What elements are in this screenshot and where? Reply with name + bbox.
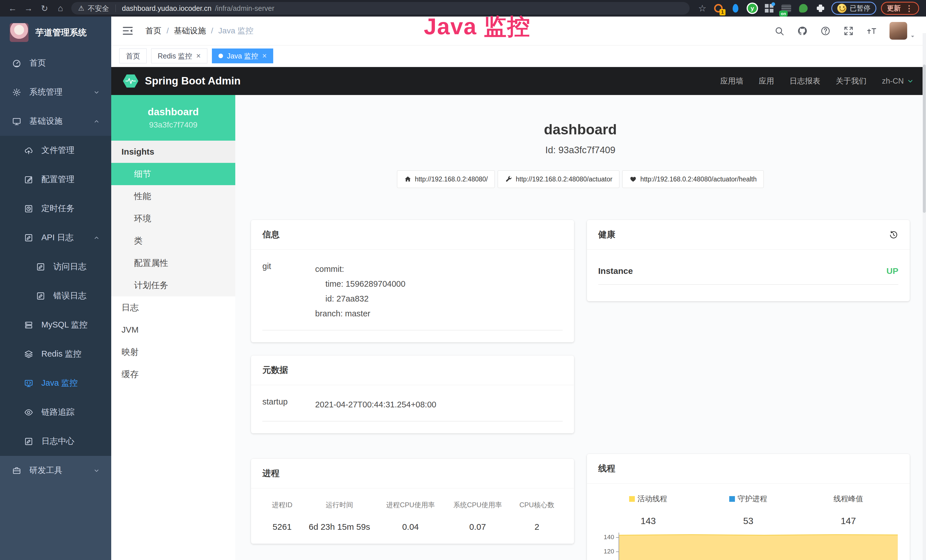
status-badge[interactable]: UP — [887, 266, 898, 276]
dashboard-icon — [12, 59, 21, 68]
search-icon[interactable] — [774, 26, 785, 36]
breadcrumb-separator: / — [166, 26, 169, 35]
sidebar-item-0[interactable]: 首页 — [0, 48, 111, 77]
plant-extension-icon[interactable] — [797, 2, 809, 14]
close-icon[interactable]: × — [262, 51, 267, 61]
paused-extension-pill[interactable]: 已暂停 — [831, 2, 876, 15]
app-logo-row[interactable]: 芋道管理系统 — [0, 17, 111, 48]
sidebar-item-label: 文件管理 — [41, 145, 74, 156]
sidebar-item-7[interactable]: 访问日志 — [0, 252, 111, 281]
cell-value: 2 — [511, 522, 562, 532]
user-menu[interactable] — [890, 22, 916, 40]
info-line: commit: — [315, 262, 406, 277]
sidebar-item-5[interactable]: 定时任务 — [0, 194, 111, 223]
sidebar-item-9[interactable]: MySQL 监控 — [0, 310, 111, 339]
sba-instance-header[interactable]: dashboard 93a3fc7f7409 — [111, 95, 235, 141]
breadcrumb-item[interactable]: Java 监控 — [218, 26, 254, 36]
back-icon[interactable]: ← — [5, 3, 21, 13]
sidebar-menu: 首页系统管理基础设施文件管理配置管理定时任务API 日志访问日志错误日志MySQ… — [0, 48, 111, 560]
emoji-face-icon — [837, 4, 846, 13]
eye-icon — [24, 408, 33, 417]
browser-menu-icon[interactable]: ⋮ — [905, 4, 913, 13]
breadcrumb-item[interactable]: 首页 — [145, 26, 162, 36]
sidebar-item-label: 链路追踪 — [41, 407, 74, 418]
history-restore-icon[interactable] — [889, 230, 898, 240]
sba-insight-item-4[interactable]: 配置属性 — [111, 252, 235, 274]
grid-extension-icon[interactable] — [763, 2, 775, 14]
navbar-actions — [774, 22, 916, 40]
sidebar-item-13[interactable]: 日志中心 — [0, 427, 111, 456]
y-tick-label: 120 — [598, 548, 614, 555]
scrollbar[interactable] — [923, 33, 926, 560]
github-icon[interactable] — [797, 26, 808, 36]
instance-link-0[interactable]: http://192.168.0.2:48080/ — [397, 170, 495, 188]
font-size-icon[interactable] — [866, 26, 877, 36]
grid-cells-icon — [765, 4, 769, 8]
tab-0[interactable]: 首页 — [119, 48, 147, 64]
scrollbar-thumb[interactable] — [923, 65, 926, 213]
sidebar-item-14[interactable]: 研发工具 — [0, 456, 111, 485]
pin-extension-icon[interactable] — [729, 2, 741, 14]
sba-nav-item-1[interactable]: 应用 — [759, 76, 774, 86]
sidebar-submenu: 文件管理配置管理定时任务API 日志访问日志错误日志MySQL 监控Redis … — [0, 136, 111, 456]
sidebar-item-6[interactable]: API 日志 — [0, 223, 111, 252]
on-badge: on — [779, 11, 788, 17]
sba-nav-item-2[interactable]: 日志报表 — [790, 76, 820, 86]
breadcrumb-item[interactable]: 基础设施 — [174, 26, 206, 36]
sidebar-item-1[interactable]: 系统管理 — [0, 77, 111, 107]
sidebar-item-12[interactable]: 链路追踪 — [0, 398, 111, 427]
update-button[interactable]: 更新 ⋮ — [881, 2, 919, 15]
reload-icon[interactable]: ↻ — [36, 3, 53, 14]
instance-link-2[interactable]: http://192.168.0.2:48080/actuator/health — [622, 170, 764, 188]
sba-insight-item-2[interactable]: 环境 — [111, 207, 235, 230]
sidebar-item-2[interactable]: 基础设施 — [0, 107, 111, 136]
sba-root-item-2[interactable]: 映射 — [111, 341, 235, 363]
sba-sidebar: dashboard 93a3fc7f7409 Insights 细节性能环境类配… — [111, 95, 235, 560]
metadata-value: 2021-04-27T00:44:31.254+08:00 — [315, 397, 436, 412]
colorpicker-extension-icon[interactable]: 1 — [713, 2, 724, 14]
sba-root-item-1[interactable]: JVM — [111, 319, 235, 341]
close-icon[interactable]: × — [196, 51, 201, 61]
y-tick-mark — [616, 551, 619, 552]
switch-extension-icon[interactable]: on — [780, 2, 792, 14]
cards-grid: 信息 git commit:time: 1596289704000id: 27a… — [251, 220, 910, 560]
tab-1[interactable]: Redis 监控× — [151, 48, 207, 64]
sidebar-item-8[interactable]: 错误日志 — [0, 281, 111, 310]
avatar[interactable] — [890, 22, 907, 40]
sba-insight-item-1[interactable]: 性能 — [111, 185, 235, 207]
insights-list: 细节性能环境类配置属性计划任务 — [111, 163, 235, 297]
address-bar[interactable]: ⚠ 不安全 dashboard.yudao.iocoder.cn /infra/… — [71, 2, 690, 15]
sidebar-item-label: API 日志 — [41, 232, 74, 243]
fullscreen-icon[interactable] — [843, 26, 854, 36]
y-extension-icon[interactable]: y — [747, 3, 758, 14]
help-icon[interactable] — [820, 26, 831, 36]
forward-icon[interactable]: → — [21, 3, 36, 13]
sba-insight-item-3[interactable]: 类 — [111, 230, 235, 252]
puzzle-extension-icon[interactable] — [814, 2, 826, 14]
log-icon — [24, 233, 33, 242]
y-tick-mark — [616, 537, 619, 538]
sba-main: dashboard Id: 93a3fc7f7409 http://192.16… — [235, 95, 926, 560]
sidebar-item-4[interactable]: 配置管理 — [0, 165, 111, 194]
sba-root-item-3[interactable]: 缓存 — [111, 363, 235, 385]
browser-home-icon[interactable]: ⌂ — [53, 3, 68, 13]
locale-select[interactable]: zh-CN — [882, 77, 915, 86]
instance-link-1[interactable]: http://192.168.0.2:48080/actuator — [498, 170, 619, 188]
sba-brand-title: Spring Boot Admin — [145, 75, 241, 87]
bookmark-star-icon[interactable]: ☆ — [698, 3, 707, 14]
sba-insight-item-0[interactable]: 细节 — [111, 163, 235, 185]
tab-2[interactable]: Java 监控× — [212, 48, 274, 64]
breadcrumb-separator: / — [211, 26, 213, 35]
hamburger-fold-icon[interactable] — [121, 24, 134, 37]
sidebar-item-10[interactable]: Redis 监控 — [0, 339, 111, 369]
sidebar-item-11[interactable]: Java 监控 — [0, 369, 111, 398]
warning-icon: ⚠ — [78, 4, 85, 12]
sba-root-item-0[interactable]: 日志 — [111, 297, 235, 319]
sba-nav-item-3[interactable]: 关于我们 — [835, 76, 866, 86]
sidebar-item-3[interactable]: 文件管理 — [0, 136, 111, 165]
sba-insight-item-5[interactable]: 计划任务 — [111, 274, 235, 297]
info-key: git — [262, 262, 315, 321]
sba-nav-item-0[interactable]: 应用墙 — [720, 76, 743, 86]
wrench-icon — [505, 176, 512, 183]
sba-nav: 应用墙应用日志报表关于我们zh-CN — [720, 76, 915, 86]
